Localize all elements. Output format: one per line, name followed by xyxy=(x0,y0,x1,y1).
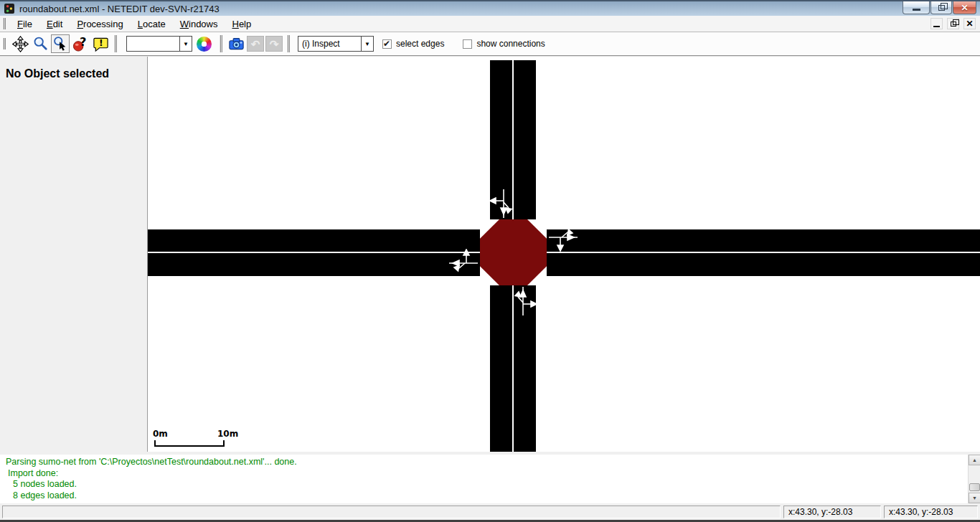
scroll-up-icon[interactable]: ▲ xyxy=(969,455,980,465)
menu-help[interactable]: Help xyxy=(225,16,258,32)
scrollbar-thumb[interactable] xyxy=(969,483,980,491)
mdi-close-icon: ✕ xyxy=(966,19,973,28)
chevron-down-icon[interactable]: ▼ xyxy=(361,37,373,51)
svg-text:?: ? xyxy=(80,36,86,49)
edit-mode-value: (i) Inspect xyxy=(298,39,361,49)
menu-windows[interactable]: Windows xyxy=(173,16,225,32)
scale-bracket xyxy=(154,440,225,447)
menu-processing[interactable]: Processing xyxy=(70,16,130,32)
connection-arrows-west xyxy=(448,249,479,275)
zoom-cursor-icon xyxy=(52,36,68,52)
help-icon: ? xyxy=(72,36,89,52)
mdi-restore-button[interactable] xyxy=(947,18,959,29)
zoom-button[interactable] xyxy=(31,34,50,53)
select-edges-label: select edges xyxy=(396,39,444,49)
title-bar[interactable]: roundabout.net.xml - NETEDIT dev-SVN-r21… xyxy=(0,0,980,16)
log-line: 8 edges loaded. xyxy=(6,490,974,502)
help-button[interactable]: ? xyxy=(71,34,90,53)
chevron-down-icon[interactable]: ▼ xyxy=(179,37,192,51)
toolbar-grip[interactable] xyxy=(3,38,6,49)
restore-icon xyxy=(938,5,945,11)
select-edges-checkbox[interactable] xyxy=(382,39,392,49)
scroll-down-icon[interactable]: ▼ xyxy=(969,493,980,503)
message-window-button[interactable]: ! xyxy=(91,34,110,53)
show-connections-option: show connections xyxy=(463,39,545,49)
move-view-button[interactable] xyxy=(11,34,29,53)
window-title: roundabout.net.xml - NETEDIT dev-SVN-r21… xyxy=(19,4,220,14)
connection-arrows-north xyxy=(489,188,515,219)
move-icon xyxy=(12,36,29,52)
content-area: No Object selected xyxy=(0,57,980,452)
netedit-window: roundabout.net.xml - NETEDIT dev-SVN-r21… xyxy=(0,0,980,522)
status-message-field xyxy=(2,506,781,518)
scale-start-label: 0m xyxy=(153,429,168,439)
log-scrollbar[interactable]: ▲ ▼ xyxy=(968,455,980,503)
cursor-position-field-2: x:43.30, y:-28.03 xyxy=(884,506,978,518)
menu-file[interactable]: File xyxy=(10,16,39,32)
lane-line-west xyxy=(148,252,480,253)
menu-edit[interactable]: Edit xyxy=(39,16,70,32)
close-button[interactable]: ✕ xyxy=(953,1,976,14)
svg-text:!: ! xyxy=(99,37,103,48)
undo-button[interactable]: ↶ xyxy=(247,36,264,52)
show-connections-checkbox[interactable] xyxy=(463,39,472,49)
color-wheel-icon[interactable] xyxy=(197,37,212,52)
view-settings-combo[interactable]: ▼ xyxy=(126,36,192,52)
message-log: Parsing sumo-net from 'C:\Proyectos\netT… xyxy=(0,455,980,503)
status-bar: x:43.30, y:-28.03 x:43.30, y:-28.03 xyxy=(0,503,980,520)
log-line: 5 nodes loaded. xyxy=(6,479,974,490)
undo-icon: ↶ xyxy=(251,39,260,49)
minimize-icon xyxy=(913,9,920,11)
restore-button[interactable] xyxy=(930,1,952,14)
inspector-message: No Object selected xyxy=(0,57,147,80)
select-edges-option: select edges xyxy=(382,39,444,49)
zoom-cursor-button[interactable] xyxy=(51,34,70,53)
scale-end-label: 10m xyxy=(217,429,238,439)
edit-mode-combo[interactable]: (i) Inspect ▼ xyxy=(298,36,374,52)
lane-line-east xyxy=(547,252,980,253)
close-icon: ✕ xyxy=(961,3,968,13)
message-icon: ! xyxy=(93,36,109,52)
toolbar-separator xyxy=(287,35,290,52)
menubar-grip[interactable] xyxy=(3,18,6,29)
inspector-panel: No Object selected xyxy=(0,57,148,452)
connection-arrows-east xyxy=(547,226,579,252)
camera-icon xyxy=(228,36,245,52)
redo-button[interactable]: ↷ xyxy=(265,36,283,52)
log-line: Parsing sumo-net from 'C:\Proyectos\netT… xyxy=(6,457,974,468)
toolbar: ? ! ▼ ↶ ↷ xyxy=(0,32,980,57)
redo-icon: ↷ xyxy=(270,39,279,49)
cursor-position-field: x:43.30, y:-28.03 xyxy=(783,506,881,518)
toolbar-separator xyxy=(114,35,117,52)
menu-locate[interactable]: Locate xyxy=(131,16,173,32)
mdi-close-button[interactable]: ✕ xyxy=(963,18,976,29)
junction-node[interactable] xyxy=(480,219,547,285)
mdi-minimize-icon xyxy=(933,26,940,27)
app-icon xyxy=(4,4,14,14)
mdi-minimize-button[interactable] xyxy=(930,18,943,29)
show-connections-label: show connections xyxy=(476,39,545,49)
screenshot-button[interactable] xyxy=(227,34,245,53)
network-canvas[interactable]: 0m 10m xyxy=(148,57,980,452)
scale-bar: 0m 10m xyxy=(151,429,252,447)
toolbar-separator xyxy=(220,35,222,52)
minimize-button[interactable] xyxy=(903,1,930,14)
connection-arrows-south xyxy=(512,285,537,317)
mdi-restore-icon xyxy=(951,22,956,27)
log-line: Import done: xyxy=(6,468,974,480)
menu-bar: File Edit Processing Locate Windows Help… xyxy=(0,16,980,32)
zoom-icon xyxy=(32,36,48,52)
